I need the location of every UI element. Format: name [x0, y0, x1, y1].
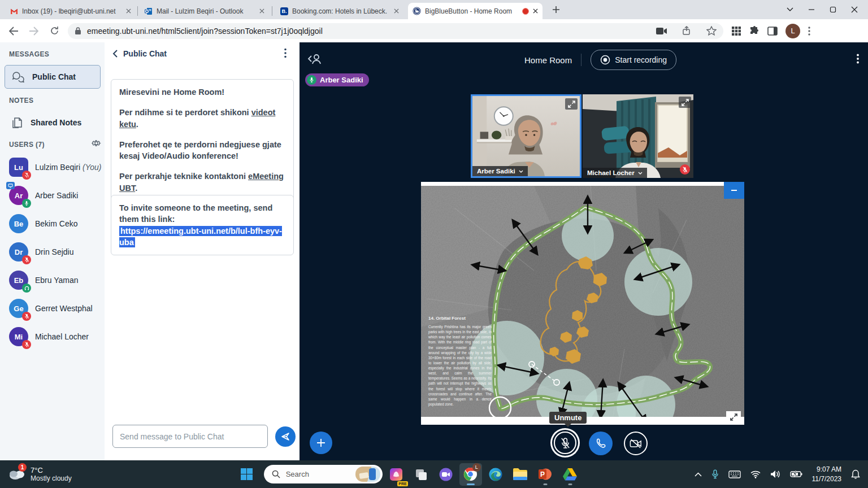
tab-booking[interactable]: B. Booking.com: Hotels in Lübeck.: [276, 3, 403, 19]
sidebar-item-public-chat[interactable]: Public Chat: [5, 65, 101, 89]
welcome-line-4: Per perkrahje teknike kontaktoni eMeetin…: [119, 171, 285, 194]
send-message-button[interactable]: [275, 426, 296, 447]
taskbar-edge-icon[interactable]: [484, 463, 507, 486]
messages-header: MESSAGES: [9, 50, 49, 58]
unmute-microphone-button[interactable]: [554, 432, 576, 454]
tray-microphone-icon[interactable]: [711, 469, 719, 480]
taskbar-file-explorer-icon[interactable]: [509, 463, 532, 486]
bookmark-star-icon[interactable]: [706, 26, 717, 36]
tab-bigbluebutton-active[interactable]: BigBlueButton - Home Room: [408, 3, 542, 19]
webcam-fullscreen-icon[interactable]: [565, 98, 578, 110]
webcam-name-label[interactable]: Michael Locher: [583, 168, 647, 178]
leave-audio-button[interactable]: [589, 432, 613, 455]
search-placeholder: Search: [286, 470, 309, 478]
taskbar-chat-icon[interactable]: [435, 463, 457, 486]
tab-gmail[interactable]: Inbox (19) - lbeqiri@ubt-uni.net: [6, 3, 136, 19]
taskbar-chrome-icon[interactable]: L: [459, 463, 482, 486]
user-row[interactable]: Dr Drin Sejdiu: [5, 238, 105, 266]
avatar: Ge: [9, 299, 28, 318]
reload-button[interactable]: [47, 24, 61, 38]
sidebar-item-shared-notes[interactable]: Shared Notes: [5, 111, 101, 134]
presentation-area[interactable]: 14. Orbital Forest Currently Prishtina h…: [421, 182, 744, 425]
actions-plus-button[interactable]: [310, 432, 332, 454]
windows-logo-icon: [240, 468, 253, 481]
tray-battery-icon[interactable]: [790, 470, 802, 478]
taskbar-search-box[interactable]: Search: [264, 465, 383, 483]
profile-avatar[interactable]: L: [785, 24, 800, 38]
share-icon[interactable]: [682, 26, 692, 36]
webcam-name-label[interactable]: Arber Sadiki: [472, 166, 528, 176]
unmute-tooltip: Unmute: [549, 412, 587, 424]
taskbar-powerpoint-icon[interactable]: P: [534, 463, 557, 486]
share-webcam-button[interactable]: [624, 432, 648, 455]
tab-camera-in-use-icon[interactable]: [656, 27, 667, 35]
chrome-menu-chevron-icon[interactable]: [787, 7, 793, 12]
tray-chevron-up-icon[interactable]: [695, 472, 702, 477]
taskbar-copilot-icon[interactable]: PRE: [385, 463, 407, 486]
start-button[interactable]: [236, 463, 258, 486]
close-icon[interactable]: [533, 8, 538, 14]
tray-notifications-bell-icon[interactable]: [851, 469, 860, 479]
new-tab-button[interactable]: [551, 5, 561, 17]
minimize-presentation-button[interactable]: [724, 182, 744, 199]
chat-message-input[interactable]: [112, 425, 268, 448]
slide-body-text: Currently Prishtina has its major green …: [428, 324, 492, 407]
user-name: Ebru Yaman: [35, 276, 79, 285]
avatar: Be: [9, 214, 28, 233]
url-text: emeeting.ubt-uni.net/html5client/join?se…: [87, 27, 323, 36]
extensions-puzzle-icon[interactable]: [749, 26, 760, 36]
webcam-muted-icon: [680, 164, 690, 175]
forward-button[interactable]: [27, 24, 41, 38]
weather-cloud-icon: 1: [8, 467, 26, 482]
maximize-window-icon[interactable]: [830, 6, 836, 13]
webcam-fullscreen-icon[interactable]: [679, 97, 691, 108]
gmail-icon: [10, 8, 18, 15]
user-row[interactable]: Lu Lulzim Beqiri (You): [5, 153, 105, 181]
url-bar[interactable]: emeeting.ubt-uni.net/html5client/join?se…: [68, 23, 723, 39]
plus-icon: [551, 5, 561, 15]
running-indicator: [467, 483, 475, 485]
user-row[interactable]: Be Bekim Ceko: [5, 210, 105, 238]
tray-wifi-icon[interactable]: [750, 470, 761, 478]
presentation-fullscreen-icon[interactable]: [726, 411, 741, 422]
left-sidebar: MESSAGES Public Chat NOTES Shared Notes …: [0, 42, 105, 460]
close-icon[interactable]: [126, 8, 131, 14]
side-panel-icon[interactable]: [767, 27, 778, 36]
back-button[interactable]: [7, 24, 20, 38]
chat-options-kebab-icon[interactable]: [284, 48, 287, 60]
chat-title: Public Chat: [123, 49, 167, 58]
minimize-window-icon[interactable]: [808, 6, 815, 13]
tray-volume-icon[interactable]: [770, 470, 780, 478]
taskbar-google-drive-icon[interactable]: [559, 463, 581, 486]
hide-userlist-icon[interactable]: [307, 53, 322, 67]
webcam-arber-sadiki[interactable]: Arber Sadiki: [471, 94, 581, 178]
chat-header[interactable]: Public Chat: [112, 49, 167, 58]
manage-users-gear-icon[interactable]: [92, 138, 101, 150]
apps-grid-icon[interactable]: [731, 26, 741, 36]
tab-outlook[interactable]: Mail - Lulzim Beqiri - Outlook: [140, 3, 269, 19]
invite-message-card: To invite someone to the meeting, send t…: [111, 195, 294, 255]
user-row[interactable]: Mi Michael Locher: [5, 323, 105, 351]
user-row[interactable]: Ar Arber Sadiki: [5, 181, 105, 210]
user-name: Bekim Ceko: [35, 219, 77, 228]
muted-mic-badge-icon: [22, 312, 31, 321]
talking-indicator-pill[interactable]: Arber Sadiki: [305, 73, 369, 86]
weather-widget[interactable]: 1 7°C Mostly cloudy: [8, 466, 72, 482]
close-window-icon[interactable]: [851, 6, 858, 13]
tray-keyboard-icon[interactable]: [728, 470, 741, 478]
invite-link[interactable]: https://emeeting.ubt-uni.net/b/lul-bfh-e…: [119, 226, 282, 247]
welcome-line-2: Per ndihme si te perdoret shikoni videot…: [119, 107, 285, 130]
browser-menu-kebab-icon[interactable]: [808, 27, 810, 36]
user-row[interactable]: Eb Ebru Yaman: [5, 266, 105, 294]
close-icon[interactable]: [259, 8, 264, 14]
slide-text-block: 14. Orbital Forest Currently Prishtina h…: [428, 316, 492, 407]
close-icon[interactable]: [394, 8, 399, 14]
start-recording-button[interactable]: Start recording: [591, 50, 676, 70]
taskbar-clock[interactable]: 9:07 AM 11/7/2023: [812, 465, 842, 483]
options-kebab-icon[interactable]: [857, 54, 859, 66]
user-name: Drin Sejdiu: [35, 247, 73, 256]
user-row[interactable]: Ge Gerret Westphal: [5, 294, 105, 323]
taskbar-task-view-icon[interactable]: [410, 463, 432, 486]
welcome-message-card: Miresevini ne Home Room! Per ndihme si t…: [111, 79, 294, 201]
webcam-michael-locher[interactable]: Michael Locher: [583, 94, 693, 178]
